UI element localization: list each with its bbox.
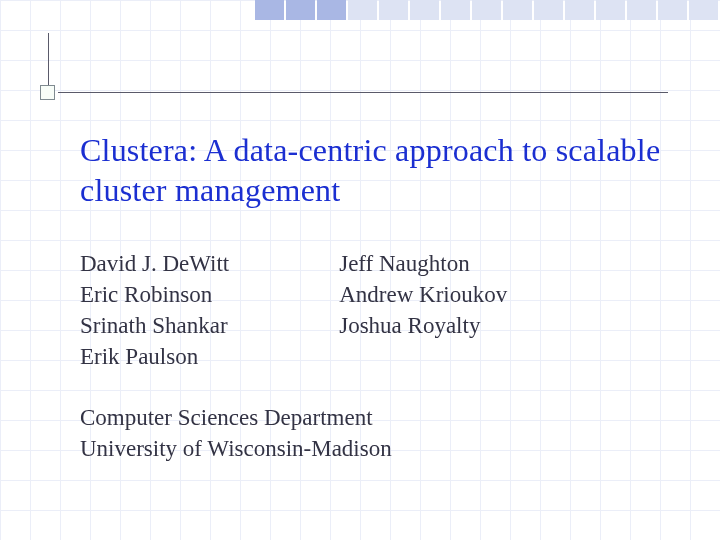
slide-content: Clustera: A data-centric approach to sca… xyxy=(80,130,680,464)
author: David J. DeWitt xyxy=(80,248,229,279)
top-accent-band xyxy=(255,0,720,20)
author: Erik Paulson xyxy=(80,341,229,372)
author: Joshua Royalty xyxy=(339,310,507,341)
authors-col-1: David J. DeWitt Eric Robinson Srinath Sh… xyxy=(80,248,229,372)
affiliation-line: University of Wisconsin-Madison xyxy=(80,433,680,464)
affiliation-block: Computer Sciences Department University … xyxy=(80,402,680,464)
affiliation-line: Computer Sciences Department xyxy=(80,402,680,433)
author: Eric Robinson xyxy=(80,279,229,310)
author: Andrew Krioukov xyxy=(339,279,507,310)
author: Srinath Shankar xyxy=(80,310,229,341)
slide-title: Clustera: A data-centric approach to sca… xyxy=(80,130,680,210)
authors-block: David J. DeWitt Eric Robinson Srinath Sh… xyxy=(80,248,680,372)
authors-col-2: Jeff Naughton Andrew Krioukov Joshua Roy… xyxy=(339,248,507,372)
author: Jeff Naughton xyxy=(339,248,507,279)
